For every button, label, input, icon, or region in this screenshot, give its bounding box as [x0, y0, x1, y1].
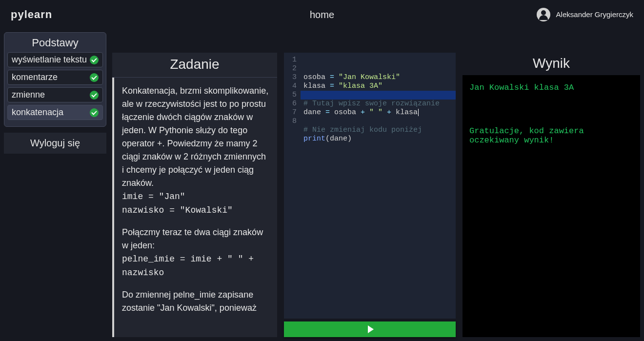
editor-gutter: 12345678	[284, 56, 301, 126]
user-block[interactable]: Aleksander Grygierczyk	[537, 8, 633, 21]
lesson-group: Podstawy wyświetlanie tekstu komentarze …	[4, 32, 106, 127]
task-panel: Zadanie Konkatenacja, brzmi skomplikowan…	[112, 53, 277, 337]
text-cursor	[418, 109, 419, 116]
editor-code[interactable]: osoba = "Jan Kowalski" klasa = "klasa 3A…	[303, 56, 453, 152]
sidebar-item-konkatenacja[interactable]: konkatenacja	[7, 105, 103, 120]
task-code-line: nazwisko = "Kowalski"	[122, 205, 233, 215]
task-paragraph: Konkatenacja, brzmi skomplikowanie, ale …	[122, 86, 268, 188]
home-link[interactable]: home	[310, 9, 334, 20]
sidebar-item-label: komentarze	[12, 72, 58, 82]
lesson-group-title: Podstawy	[7, 37, 103, 49]
user-icon	[537, 8, 550, 21]
brand-logo[interactable]: pylearn	[11, 8, 52, 21]
task-paragraph: Do zmiennej pelne_imie zapisane zostanie…	[122, 288, 269, 315]
task-code-line: imie = "Jan"	[122, 192, 185, 201]
app-header: pylearn home Aleksander Grygierczyk	[0, 0, 644, 29]
task-code-line: pelne_imie = imie + " " + nazwisko	[122, 254, 254, 278]
active-line-highlight	[301, 91, 456, 100]
sidebar-item-label: wyświetlanie tekstu	[12, 55, 87, 65]
task-paragraph: Połączmy teraz te dwa ciągi znaków w jed…	[122, 227, 263, 250]
main-columns: Zadanie Konkatenacja, brzmi skomplikowan…	[112, 29, 640, 337]
program-output: Jan Kowalski klasa 3A	[469, 83, 633, 92]
check-icon	[90, 56, 99, 64]
success-message: Gratulacje, kod zawiera oczekiwany wynik…	[469, 126, 633, 145]
output-body: Jan Kowalski klasa 3A Gratulacje, kod za…	[463, 75, 640, 337]
output-title: Wynik	[463, 53, 640, 75]
task-title: Zadanie	[112, 53, 277, 78]
check-icon	[90, 108, 99, 117]
task-body[interactable]: Konkatenacja, brzmi skomplikowanie, ale …	[112, 78, 277, 337]
check-icon	[90, 73, 99, 82]
play-icon	[368, 325, 374, 333]
sidebar-item-label: zmienne	[12, 90, 45, 100]
workspace: Podstawy wyświetlanie tekstu komentarze …	[0, 29, 644, 341]
sidebar-item-zmienne[interactable]: zmienne	[7, 87, 103, 102]
user-name: Aleksander Grygierczyk	[556, 10, 633, 19]
sidebar-item-komentarze[interactable]: komentarze	[7, 70, 103, 85]
run-button[interactable]	[284, 321, 456, 337]
editor-panel: 12345678 osoba = "Jan Kowalski" klasa = …	[284, 53, 456, 337]
sidebar: Podstawy wyświetlanie tekstu komentarze …	[4, 29, 106, 337]
logout-button[interactable]: Wyloguj się	[4, 133, 106, 154]
code-editor[interactable]: 12345678 osoba = "Jan Kowalski" klasa = …	[284, 53, 456, 319]
sidebar-item-wyswietlanie-tekstu[interactable]: wyświetlanie tekstu	[7, 52, 103, 67]
check-icon	[90, 91, 99, 100]
sidebar-item-label: konkatenacja	[12, 107, 63, 118]
output-panel: Wynik Jan Kowalski klasa 3A Gratulacje, …	[463, 53, 640, 337]
